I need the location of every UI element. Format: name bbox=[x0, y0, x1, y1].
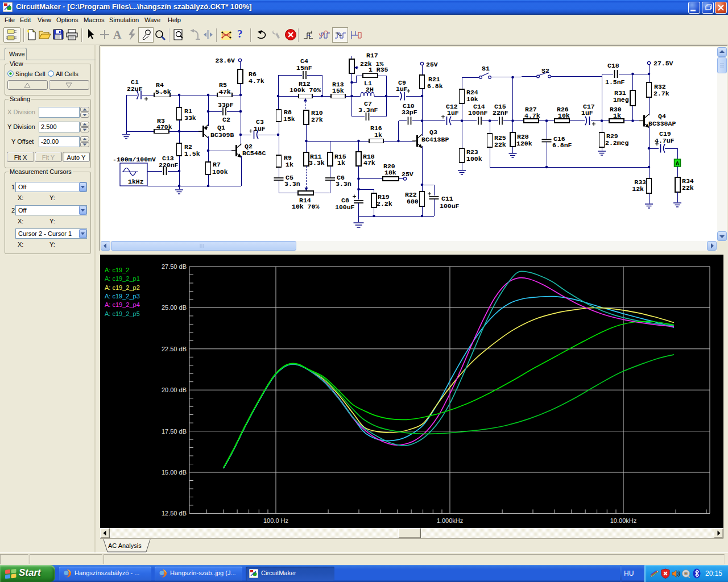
svg-text:1k: 1k bbox=[374, 131, 382, 139]
svg-text:A: c19_2_p4: A: c19_2_p4 bbox=[105, 301, 140, 308]
svg-text:47k: 47k bbox=[219, 88, 231, 95]
svg-text:25.00 dB: 25.00 dB bbox=[162, 304, 187, 311]
svg-text:470k: 470k bbox=[156, 123, 172, 131]
svg-text:3.3nF: 3.3nF bbox=[358, 106, 378, 114]
svg-text:3.3n: 3.3n bbox=[284, 180, 300, 188]
svg-text:2.7k: 2.7k bbox=[653, 90, 669, 97]
svg-text:17.50 dB: 17.50 dB bbox=[162, 428, 187, 435]
svg-text:10k: 10k bbox=[466, 95, 478, 103]
svg-text:1uF: 1uF bbox=[581, 109, 593, 117]
svg-text:15k: 15k bbox=[332, 87, 344, 94]
svg-text:Q4: Q4 bbox=[658, 113, 666, 120]
svg-text:C11: C11 bbox=[441, 195, 453, 202]
svg-text:22k: 22k bbox=[682, 184, 694, 192]
svg-text:4.7uF: 4.7uF bbox=[655, 137, 675, 144]
svg-text:33pF: 33pF bbox=[402, 109, 417, 116]
svg-text:6.8k: 6.8k bbox=[427, 82, 443, 90]
svg-text:10.00kHz: 10.00kHz bbox=[610, 517, 636, 524]
svg-text:1.5k: 1.5k bbox=[184, 150, 200, 157]
svg-text:1k: 1k bbox=[613, 112, 621, 119]
svg-text:Q3: Q3 bbox=[429, 128, 437, 136]
svg-text:15k: 15k bbox=[283, 115, 295, 123]
svg-text:1uF: 1uF bbox=[396, 85, 408, 93]
svg-text:C18: C18 bbox=[607, 62, 619, 69]
svg-text:100uF: 100uF bbox=[335, 203, 355, 211]
svg-text:A: c19_2_p5: A: c19_2_p5 bbox=[105, 310, 140, 317]
svg-text:1k: 1k bbox=[337, 159, 345, 167]
svg-text:3.3k: 3.3k bbox=[309, 159, 325, 167]
svg-text:10k: 10k bbox=[558, 112, 570, 119]
svg-text:1meg: 1meg bbox=[613, 96, 629, 103]
svg-text:A: c19_2_p3: A: c19_2_p3 bbox=[105, 293, 140, 300]
svg-text:A: c19_2_p1: A: c19_2_p1 bbox=[105, 275, 140, 282]
svg-text:-100m/100mV: -100m/100mV bbox=[113, 156, 156, 163]
svg-text:22uF: 22uF bbox=[127, 85, 143, 93]
svg-text:2.2k: 2.2k bbox=[377, 200, 392, 207]
svg-text:100k: 100k bbox=[212, 168, 228, 176]
svg-text:1kHz: 1kHz bbox=[128, 178, 144, 185]
svg-text:2.2meg: 2.2meg bbox=[605, 139, 629, 147]
svg-text:33k: 33k bbox=[184, 114, 196, 122]
svg-text:12.50 dB: 12.50 dB bbox=[162, 510, 187, 517]
svg-text:BC548C: BC548C bbox=[242, 149, 266, 157]
svg-text:22.50 dB: 22.50 dB bbox=[162, 346, 187, 352]
svg-text:100k: 100k bbox=[466, 155, 482, 163]
svg-text:15nF: 15nF bbox=[296, 64, 312, 72]
svg-text:10k 70%: 10k 70% bbox=[292, 203, 319, 210]
svg-text:100uF: 100uF bbox=[440, 202, 460, 210]
svg-text:12k: 12k bbox=[632, 185, 644, 193]
svg-text:1.5nF: 1.5nF bbox=[605, 78, 625, 86]
svg-text:100nF: 100nF bbox=[468, 109, 488, 117]
svg-text:BC413BP: BC413BP bbox=[421, 136, 449, 143]
svg-text:22k: 22k bbox=[494, 141, 506, 148]
svg-text:25V: 25V bbox=[402, 171, 413, 178]
svg-text:A: c19_2_p2: A: c19_2_p2 bbox=[105, 284, 140, 291]
svg-text:20.00 dB: 20.00 dB bbox=[162, 386, 187, 393]
svg-text:120k: 120k bbox=[516, 140, 532, 147]
svg-text:S1: S1 bbox=[482, 65, 490, 72]
svg-text:R7: R7 bbox=[213, 161, 221, 168]
svg-text:1uF: 1uF bbox=[254, 125, 266, 132]
svg-text:1k: 1k bbox=[286, 161, 293, 168]
svg-text:2H: 2H bbox=[366, 86, 374, 93]
svg-text:6.8nF: 6.8nF bbox=[552, 142, 572, 149]
svg-text:33pF: 33pF bbox=[218, 101, 234, 109]
svg-text:100k 70%: 100k 70% bbox=[289, 86, 321, 94]
svg-text:18k: 18k bbox=[384, 169, 396, 176]
svg-text:R17: R17 bbox=[366, 52, 378, 59]
svg-text:1.000kHz: 1.000kHz bbox=[437, 517, 463, 524]
svg-text:15.00 dB: 15.00 dB bbox=[162, 469, 187, 476]
svg-text:1 R35: 1 R35 bbox=[369, 66, 388, 73]
svg-text:4.7k: 4.7k bbox=[524, 112, 540, 119]
svg-text:22nF: 22nF bbox=[493, 109, 508, 117]
svg-text:23.6V: 23.6V bbox=[215, 57, 235, 64]
svg-text:1uF: 1uF bbox=[447, 109, 459, 117]
svg-text:A: c19_2: A: c19_2 bbox=[105, 267, 129, 273]
svg-text:47k: 47k bbox=[363, 159, 375, 167]
svg-text:BC309B: BC309B bbox=[210, 131, 234, 139]
svg-text:3.3n: 3.3n bbox=[336, 180, 351, 188]
svg-text:C2: C2 bbox=[222, 116, 230, 123]
svg-text:100.0 Hz: 100.0 Hz bbox=[263, 517, 288, 524]
svg-text:27.50 dB: 27.50 dB bbox=[162, 263, 187, 270]
svg-text:220nF: 220nF bbox=[159, 161, 179, 169]
svg-text:A: A bbox=[676, 161, 679, 167]
svg-text:BC338AP: BC338AP bbox=[648, 120, 676, 127]
svg-text:27.5V: 27.5V bbox=[653, 60, 673, 67]
svg-text:4.7k: 4.7k bbox=[249, 77, 264, 85]
svg-text:5.6k: 5.6k bbox=[155, 88, 171, 95]
svg-text:Q1: Q1 bbox=[217, 124, 225, 131]
svg-text:27k: 27k bbox=[311, 116, 323, 123]
svg-text:680: 680 bbox=[407, 198, 419, 205]
svg-text:25V: 25V bbox=[426, 61, 438, 68]
